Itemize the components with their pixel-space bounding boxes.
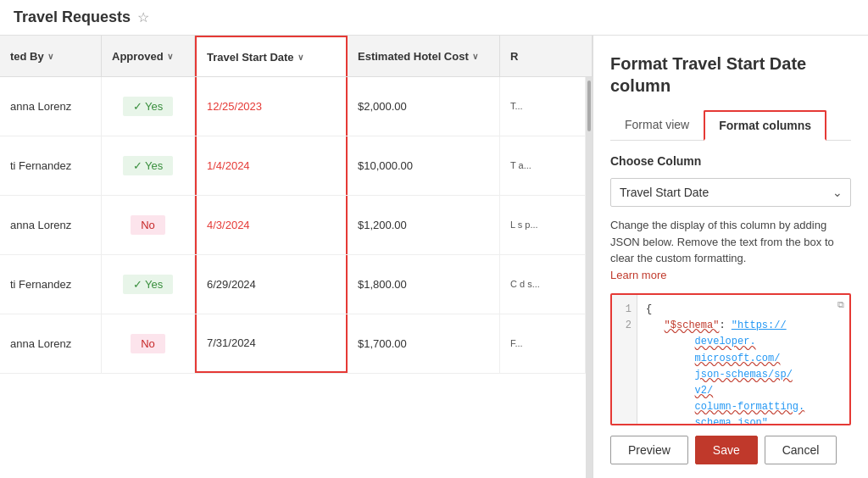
vertical-scrollbar[interactable] [586, 77, 593, 478]
cell-travel-start-3: 4/3/2024 [195, 196, 348, 254]
cell-r-3: L s p... [500, 196, 586, 254]
cell-travel-start-4: 6/29/2024 [195, 255, 348, 314]
col-header-r[interactable]: R [500, 36, 593, 76]
cell-approved-3: No [102, 196, 195, 254]
table-panel: ted By ∨ Approved ∨ Travel Start Date ∨ … [0, 36, 593, 478]
tab-row: Format view Format columns [610, 110, 851, 141]
cell-hotel-5: $1,700.00 [348, 314, 500, 373]
table-row: anna Lorenz No 7/31/2024 $1,700.00 F... [0, 314, 586, 374]
cell-submitted-2: ti Fernandez [0, 136, 102, 195]
col-header-approved[interactable]: Approved ∨ [102, 36, 195, 76]
table-wrapper: anna Lorenz ✓ Yes 12/25/2023 $2,000.00 T… [0, 77, 593, 478]
line-numbers: 1 2 [612, 295, 637, 424]
hotel-sort-icon[interactable]: ∨ [472, 52, 478, 61]
table-row: ti Fernandez ✓ Yes 1/4/2024 $10,000.00 T… [0, 136, 586, 196]
cancel-button[interactable]: Cancel [765, 436, 837, 464]
col-header-travel-start[interactable]: Travel Start Date ∨ [195, 36, 348, 76]
star-icon[interactable]: ☆ [137, 9, 149, 25]
approved-sort-icon[interactable]: ∨ [167, 52, 173, 61]
column-dropdown[interactable]: Travel Start Date [610, 178, 851, 207]
cell-submitted-4: ti Fernandez [0, 255, 102, 314]
code-editor[interactable]: 1 2 { "$schema": "https:// developer. [610, 293, 851, 425]
cell-r-1: T... [500, 77, 586, 136]
travel-start-sort-icon[interactable]: ∨ [298, 53, 303, 62]
cell-r-4: C d s... [500, 255, 586, 314]
choose-column-label: Choose Column [610, 154, 851, 168]
table-row: ti Fernandez ✓ Yes 6/29/2024 $1,800.00 C… [0, 255, 586, 314]
col-header-hotel[interactable]: Estimated Hotel Cost ∨ [348, 36, 500, 76]
cell-approved-5: No [102, 314, 195, 373]
approved-badge-no-5: No [131, 334, 165, 353]
panel-title: Format Travel Start Date column [610, 53, 851, 97]
table-row: anna Lorenz No 4/3/2024 $1,200.00 L s p.… [0, 196, 586, 255]
cell-hotel-3: $1,200.00 [348, 196, 500, 254]
save-button[interactable]: Save [695, 436, 758, 464]
column-dropdown-wrapper: Travel Start Date [610, 178, 851, 207]
cell-approved-1: ✓ Yes [102, 77, 195, 136]
cell-submitted-5: anna Lorenz [0, 314, 102, 373]
learn-more-link[interactable]: Learn more [610, 269, 666, 281]
table-header: ted By ∨ Approved ∨ Travel Start Date ∨ … [0, 36, 593, 77]
cell-travel-start-5: 7/31/2024 [195, 314, 348, 373]
cell-r-2: T a... [500, 136, 586, 195]
submitted-sort-icon[interactable]: ∨ [47, 52, 53, 61]
approved-badge-yes: ✓ Yes [123, 97, 174, 116]
cell-hotel-2: $10,000.00 [348, 136, 500, 195]
cell-hotel-1: $2,000.00 [348, 77, 500, 136]
cell-travel-start-1: 12/25/2023 [195, 77, 348, 136]
scrollbar-thumb[interactable] [587, 81, 591, 131]
code-content: { "$schema": "https:// developer. micros… [637, 295, 849, 424]
cell-approved-4: ✓ Yes [102, 255, 195, 314]
right-panel: Format Travel Start Date column Format v… [593, 36, 868, 478]
cell-submitted-1: anna Lorenz [0, 77, 102, 136]
page-title: Travel Requests [14, 8, 131, 26]
cell-r-5: F... [500, 314, 586, 373]
cell-hotel-4: $1,800.00 [348, 255, 500, 314]
cell-approved-2: ✓ Yes [102, 136, 195, 195]
table-body: anna Lorenz ✓ Yes 12/25/2023 $2,000.00 T… [0, 77, 586, 478]
copy-icon[interactable]: ⧉ [837, 300, 844, 310]
approved-badge-no-3: No [131, 215, 165, 235]
description-text: Change the display of this column by add… [610, 217, 851, 283]
bottom-buttons: Preview Save Cancel [610, 436, 851, 464]
main-container: ted By ∨ Approved ∨ Travel Start Date ∨ … [0, 36, 868, 478]
preview-button[interactable]: Preview [610, 436, 688, 464]
approved-badge-yes-2: ✓ Yes [123, 156, 174, 175]
tab-format-columns[interactable]: Format columns [704, 110, 826, 141]
cell-submitted-3: anna Lorenz [0, 196, 102, 254]
cell-travel-start-2: 1/4/2024 [195, 136, 348, 195]
col-header-submitted[interactable]: ted By ∨ [0, 36, 102, 76]
tab-format-view[interactable]: Format view [610, 110, 704, 141]
top-bar: Travel Requests ☆ [0, 0, 868, 36]
approved-badge-yes-4: ✓ Yes [123, 275, 174, 294]
table-row: anna Lorenz ✓ Yes 12/25/2023 $2,000.00 T… [0, 77, 586, 136]
